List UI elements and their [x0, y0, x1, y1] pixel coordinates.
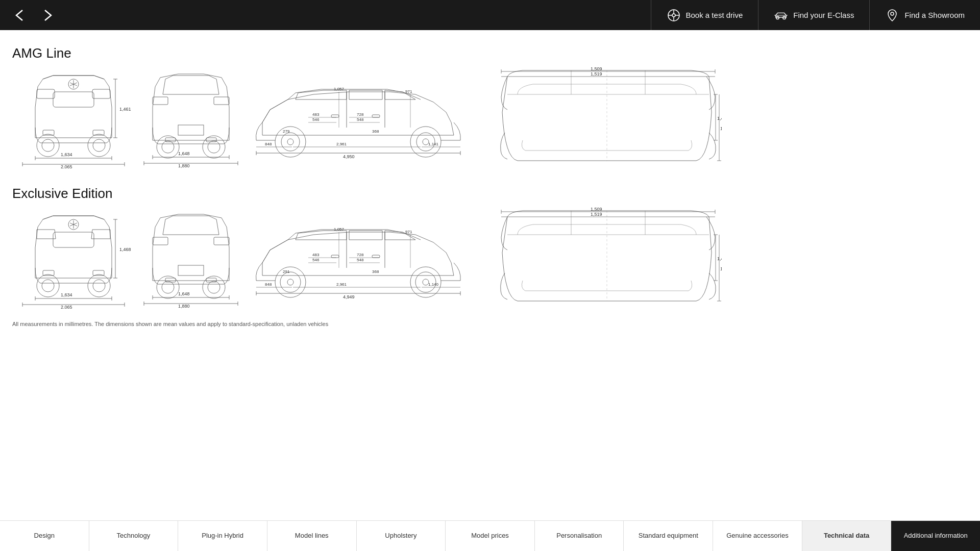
exclusive-edition-diagrams: 1,468 1,634 2,065 — [12, 207, 968, 311]
amg-top-svg: 1,509 1,519 1,468 1,460 — [492, 66, 722, 168]
bottom-nav-model-prices[interactable]: Model prices — [446, 521, 535, 551]
prev-button[interactable] — [10, 6, 29, 24]
svg-rect-152 — [372, 255, 380, 258]
svg-point-42 — [203, 136, 225, 158]
svg-rect-15 — [37, 89, 55, 98]
bottom-nav-design[interactable]: Design — [0, 521, 89, 551]
svg-point-43 — [208, 141, 220, 153]
svg-rect-112 — [43, 270, 54, 276]
svg-text:1,509: 1,509 — [591, 207, 602, 212]
svg-text:1,648: 1,648 — [178, 291, 190, 296]
ee-top-svg: 1,509 1,519 1,468 1,460 — [492, 207, 722, 309]
svg-text:1,634: 1,634 — [61, 292, 72, 297]
svg-point-147 — [287, 279, 293, 285]
svg-point-134 — [208, 281, 220, 293]
svg-text:1,460: 1,460 — [720, 266, 722, 271]
svg-text:2,065: 2,065 — [61, 164, 72, 168]
bottom-nav-standard-equipment[interactable]: Standard equipment — [624, 521, 713, 551]
svg-rect-10 — [53, 92, 94, 107]
bottom-nav-additional-information[interactable]: Additional information — [891, 521, 980, 551]
svg-text:1,140: 1,140 — [428, 282, 439, 287]
bottom-nav-plugin-hybrid[interactable]: Plug-in Hybrid — [178, 521, 267, 551]
svg-point-41 — [162, 141, 174, 153]
svg-rect-61 — [372, 115, 380, 117]
svg-rect-22 — [93, 130, 104, 135]
svg-text:1,648: 1,648 — [178, 151, 190, 156]
ee-side-svg: 1,057 971 483 546 728 548 291 368 — [247, 207, 487, 309]
svg-text:483: 483 — [312, 112, 320, 117]
svg-text:1,509: 1,509 — [591, 66, 602, 71]
ee-rear-diagram: 1,648 1,880 — [140, 207, 242, 311]
next-button[interactable] — [39, 6, 57, 24]
find-showroom-button[interactable]: Find a Showroom — [869, 0, 980, 30]
svg-text:546: 546 — [312, 117, 320, 122]
svg-text:848: 848 — [265, 282, 272, 287]
svg-text:4,950: 4,950 — [343, 154, 355, 159]
svg-text:2,065: 2,065 — [61, 305, 72, 309]
svg-point-109 — [42, 280, 54, 292]
svg-point-133 — [203, 276, 225, 298]
svg-point-131 — [157, 276, 179, 298]
bottom-navigation: Design Technology Plug-in Hybrid Model l… — [0, 520, 980, 551]
exclusive-edition-title: Exclusive Edition — [12, 186, 968, 202]
svg-text:1,519: 1,519 — [591, 212, 602, 217]
top-navigation: Book a test drive Find your E-Class Find… — [0, 0, 980, 30]
svg-point-1 — [672, 14, 675, 17]
bottom-nav-upholstery[interactable]: Upholstery — [357, 521, 446, 551]
book-test-drive-label: Book a test drive — [686, 11, 743, 19]
svg-rect-128 — [178, 265, 204, 276]
bottom-nav-genuine-accessories[interactable]: Genuine accessories — [713, 521, 802, 551]
bottom-nav-personalisation[interactable]: Personalisation — [535, 521, 624, 551]
nav-arrows — [0, 6, 67, 24]
ee-rear-svg: 1,648 1,880 — [140, 207, 242, 309]
svg-text:971: 971 — [405, 89, 412, 94]
bottom-nav-technology[interactable]: Technology — [89, 521, 179, 551]
svg-text:1,880: 1,880 — [178, 304, 190, 309]
bottom-nav-technical-data[interactable]: Technical data — [802, 521, 892, 551]
svg-text:279: 279 — [283, 129, 290, 134]
svg-text:548: 548 — [357, 117, 364, 122]
svg-point-108 — [37, 274, 59, 297]
svg-text:1,057: 1,057 — [334, 87, 345, 91]
bottom-nav-model-lines[interactable]: Model lines — [267, 521, 357, 551]
location-icon — [885, 8, 899, 22]
amg-front-diagram: 1,461 1,634 2,065 — [12, 66, 135, 170]
svg-rect-21 — [43, 130, 54, 135]
amg-front-svg: 1,461 1,634 2,065 — [12, 66, 135, 168]
svg-text:291: 291 — [283, 269, 290, 274]
svg-text:1,460: 1,460 — [720, 126, 722, 131]
svg-text:546: 546 — [312, 258, 320, 262]
svg-text:1,461: 1,461 — [119, 107, 131, 112]
find-eclass-label: Find your E-Class — [793, 11, 854, 19]
svg-point-6 — [776, 16, 779, 19]
svg-text:1,057: 1,057 — [334, 227, 345, 232]
ee-front-diagram: 1,468 1,634 2,065 — [12, 207, 135, 311]
svg-point-111 — [93, 280, 105, 292]
svg-point-7 — [783, 16, 786, 19]
svg-text:1,468: 1,468 — [717, 116, 722, 121]
svg-point-146 — [280, 272, 301, 292]
find-eclass-button[interactable]: Find your E-Class — [758, 0, 869, 30]
svg-point-110 — [88, 274, 110, 297]
svg-rect-16 — [92, 89, 110, 98]
svg-point-132 — [162, 281, 174, 293]
ee-front-svg: 1,468 1,634 2,065 — [12, 207, 135, 309]
svg-text:1,468: 1,468 — [119, 247, 131, 252]
svg-text:368: 368 — [372, 129, 379, 134]
svg-rect-35 — [153, 97, 168, 105]
steering-wheel-icon — [667, 8, 681, 22]
svg-text:2,961: 2,961 — [336, 142, 347, 146]
amg-side-diagram: 1,057 971 483 546 728 548 279 368 — [247, 66, 487, 170]
ee-top-diagram: 1,509 1,519 1,468 1,460 — [492, 207, 722, 311]
svg-point-18 — [42, 139, 54, 152]
svg-text:483: 483 — [312, 253, 320, 257]
svg-rect-103 — [53, 232, 94, 247]
nav-actions: Book a test drive Find your E-Class Find… — [651, 0, 981, 30]
svg-rect-127 — [214, 237, 229, 245]
svg-point-40 — [157, 136, 179, 158]
ee-side-diagram: 1,057 971 483 546 728 548 291 368 — [247, 207, 487, 311]
svg-rect-113 — [93, 270, 104, 276]
book-test-drive-button[interactable]: Book a test drive — [651, 0, 758, 30]
disclaimer-text: All measurements in millimetres. The dim… — [12, 321, 968, 327]
amg-line-diagrams: 1,461 1,634 2,065 — [12, 66, 968, 170]
